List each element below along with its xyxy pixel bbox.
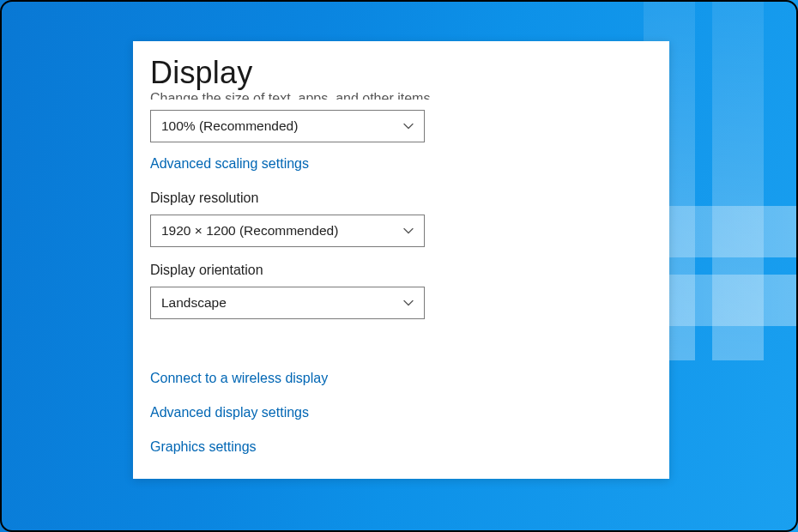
orientation-dropdown[interactable]: Landscape <box>150 287 425 319</box>
orientation-dropdown-value: Landscape <box>161 295 227 311</box>
chevron-down-icon <box>403 121 414 131</box>
connect-wireless-display-link[interactable]: Connect to a wireless display <box>150 371 328 386</box>
advanced-display-settings-link[interactable]: Advanced display settings <box>150 405 309 420</box>
scale-dropdown[interactable]: 100% (Recommended) <box>150 110 425 142</box>
settings-display-window: Display Change the size of text, apps, a… <box>133 41 669 479</box>
chevron-down-icon <box>403 226 414 236</box>
resolution-dropdown-value: 1920 × 1200 (Recommended) <box>161 223 338 239</box>
resolution-dropdown[interactable]: 1920 × 1200 (Recommended) <box>150 215 425 247</box>
related-links: Connect to a wireless display Advanced d… <box>150 371 644 455</box>
chevron-down-icon <box>403 298 414 308</box>
resolution-label: Display resolution <box>150 190 644 206</box>
advanced-scaling-link[interactable]: Advanced scaling settings <box>150 156 309 172</box>
graphics-settings-link[interactable]: Graphics settings <box>150 439 257 455</box>
page-title: Display <box>133 41 669 94</box>
scale-label: Change the size of text, apps, and other… <box>150 91 644 100</box>
orientation-label: Display orientation <box>150 263 644 278</box>
scale-dropdown-value: 100% (Recommended) <box>161 118 298 134</box>
